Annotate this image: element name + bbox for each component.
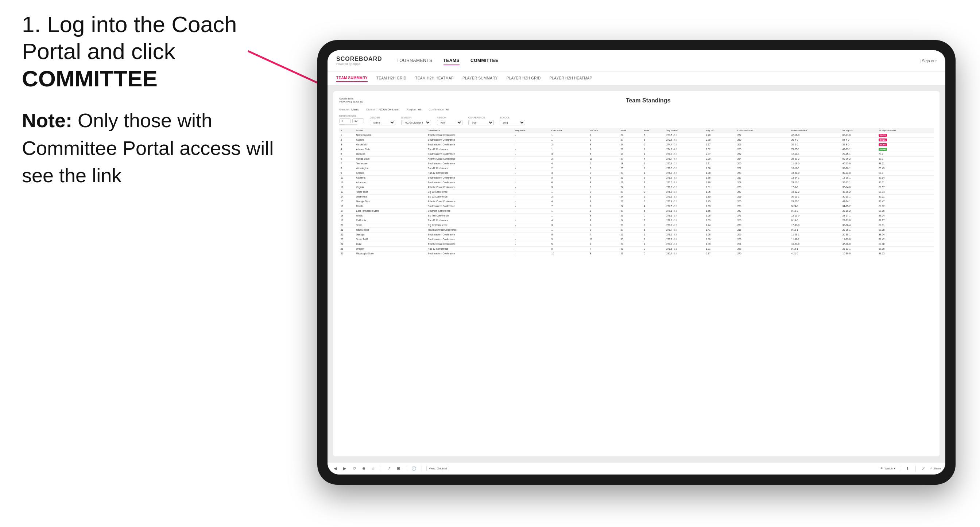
cell-rnds: 24 <box>619 204 643 208</box>
nav-committee[interactable]: COMMITTEE <box>471 57 499 65</box>
toolbar-back-icon[interactable]: ◀ <box>332 465 339 472</box>
cell-wins: 2 <box>642 194 665 199</box>
cell-overall-record: 11-38-2 <box>790 237 841 241</box>
update-time: Update time: 27/03/2024 16:56:26 <box>339 97 363 104</box>
cell-avg-sg: 2.70 <box>705 133 736 137</box>
cell-low-rd: 267 <box>736 189 790 194</box>
cell-rank: 17 <box>339 208 355 213</box>
toolbar-download-icon[interactable]: ⬇ <box>905 465 911 472</box>
cell-reg-rank: - <box>514 227 550 232</box>
cell-wins: 1 <box>642 147 665 152</box>
cell-adj-to-par: 275.9 -5.5 <box>665 161 705 166</box>
sub-nav-player-h2h-grid[interactable]: PLAYER H2H GRID <box>507 75 541 82</box>
toolbar-home-icon[interactable]: ⊕ <box>360 465 367 472</box>
cell-avg-sg: 1.39 <box>705 241 736 246</box>
cell-rank: 9 <box>339 171 355 175</box>
cell-adj-to-par: 280.7 -1.8 <box>665 251 705 256</box>
share-button[interactable]: ↗ Share <box>930 467 941 470</box>
toolbar-bookmark-icon[interactable]: ☆ <box>370 465 376 472</box>
cell-avg-sg: 0.97 <box>705 251 736 256</box>
cell-vs50-pts: 80.3 <box>877 171 934 175</box>
cell-wins: 1 <box>642 232 665 237</box>
cell-no-tour: 9 <box>588 147 619 152</box>
cell-rnds: 27 <box>619 156 643 161</box>
instruction-area: 1. Log into the Coach Portal and click C… <box>22 11 277 189</box>
cell-wins: 5 <box>642 227 665 232</box>
cell-reg-rank: - <box>514 194 550 199</box>
cell-no-tour: 8 <box>588 251 619 256</box>
toolbar-forward-icon[interactable]: ▶ <box>341 465 348 472</box>
sign-out-button[interactable]: Sign out <box>920 59 937 63</box>
watch-label: Watch <box>885 467 892 470</box>
standings-table-container[interactable]: # School Conference Reg Rank Conf Rank N… <box>339 128 934 256</box>
cell-conference: Pac-12 Conference <box>426 147 514 152</box>
gender-filter: Gender: Men's <box>339 108 359 111</box>
cell-vs25: 11-39-8 <box>841 237 877 241</box>
sub-nav-team-h2h-heatmap[interactable]: TEAM H2H HEATMAP <box>415 75 454 82</box>
cell-conf-rank: 7 <box>550 204 588 208</box>
cell-conference: Southeastern Conference <box>426 232 514 237</box>
cell-no-tour: 7 <box>588 232 619 237</box>
cell-school: Alabama <box>355 175 426 180</box>
table-row: 18 Illinois Big Ten Conference - 1 8 23 … <box>339 213 934 218</box>
toolbar-grid-icon[interactable]: ⊞ <box>395 465 402 472</box>
nav-teams[interactable]: TEAMS <box>444 57 460 65</box>
cell-avg-sg: 1.53 <box>705 218 736 223</box>
cell-overall-record: 17-33-3 <box>790 223 841 227</box>
cell-rnds: 24 <box>619 218 643 223</box>
sub-nav-player-h2h-heatmap[interactable]: PLAYER H2H HEATMAP <box>549 75 592 82</box>
cell-no-tour: 8 <box>588 213 619 218</box>
sub-nav-player-summary[interactable]: PLAYER SUMMARY <box>463 75 498 82</box>
cell-school: Arizona State <box>355 147 426 152</box>
cell-no-tour: 6 <box>588 161 619 166</box>
min-rounds-input-2[interactable] <box>352 119 364 123</box>
cell-no-tour: 9 <box>588 133 619 137</box>
cell-rank: 15 <box>339 199 355 204</box>
table-row: 3 Vanderbilt Southeastern Conference - 2… <box>339 142 934 147</box>
cell-wins: 3 <box>642 180 665 185</box>
view-original-button[interactable]: View: Original <box>426 466 449 471</box>
note-label: Note: <box>22 110 72 131</box>
cell-vs25: 29-21-0 <box>841 218 877 223</box>
cell-vs25: 60-26-2 <box>841 156 877 161</box>
cell-rank: 26 <box>339 251 355 256</box>
toolbar-refresh-icon[interactable]: ↺ <box>351 465 358 472</box>
cell-low-rd: 268 <box>736 180 790 185</box>
cell-avg-sg: 1.90 <box>705 180 736 185</box>
cell-adj-to-par: 274.2 -4.0 <box>665 147 705 152</box>
cell-low-rd: 262 <box>736 166 790 171</box>
cell-adj-to-par: 276.9 -3.5 <box>665 194 705 199</box>
cell-overall-record: 36-6-0 <box>790 142 841 147</box>
cell-school: Tennessee <box>355 161 426 166</box>
division-select[interactable]: NCAA Division I <box>401 120 431 125</box>
nav-tournaments[interactable]: TOURNAMENTS <box>397 57 433 65</box>
region-select[interactable]: N/A <box>437 120 463 125</box>
cell-overall-record: 42-16-0 <box>790 133 841 137</box>
cell-overall-record: 9-10-2 <box>790 208 841 213</box>
cell-conference: Southeastern Conference <box>426 161 514 166</box>
min-rounds-input-1[interactable] <box>339 119 351 123</box>
sub-nav-team-summary[interactable]: TEAM SUMMARY <box>336 75 368 82</box>
cell-conference: Atlantic Coast Conference <box>426 199 514 204</box>
cell-conference: Pac-12 Conference <box>426 171 514 175</box>
cell-low-rd: 266 <box>736 232 790 237</box>
toolbar-expand-icon[interactable]: ⤢ <box>920 465 927 472</box>
cell-overall-record: 79-25-1 <box>790 147 841 152</box>
eye-icon: 👁 <box>880 467 883 470</box>
rounds-slider[interactable] <box>339 124 358 125</box>
toolbar-clock-icon[interactable]: 🕐 <box>410 465 417 472</box>
watch-button[interactable]: 👁 Watch ▾ <box>880 467 895 470</box>
cell-conf-rank: 5 <box>550 241 588 246</box>
gender-select[interactable]: Men's <box>370 120 395 125</box>
table-row: 4 Arizona State Pac-12 Conference - 1 9 … <box>339 147 934 152</box>
sub-nav-team-h2h-grid[interactable]: TEAM H2H GRID <box>376 75 406 82</box>
toolbar-share-small-icon[interactable]: ↗ <box>385 465 392 472</box>
cell-low-rd: 260 <box>736 218 790 223</box>
school-select[interactable]: (All) <box>500 120 525 125</box>
cell-low-rd: 268 <box>736 246 790 251</box>
conference-select[interactable]: (All) <box>468 120 494 125</box>
cell-wins: 0 <box>642 246 665 251</box>
cell-school: East Tennessee State <box>355 208 426 213</box>
cell-rank: 20 <box>339 223 355 227</box>
main-content: Update time: 27/03/2024 16:56:26 Team St… <box>328 85 945 462</box>
